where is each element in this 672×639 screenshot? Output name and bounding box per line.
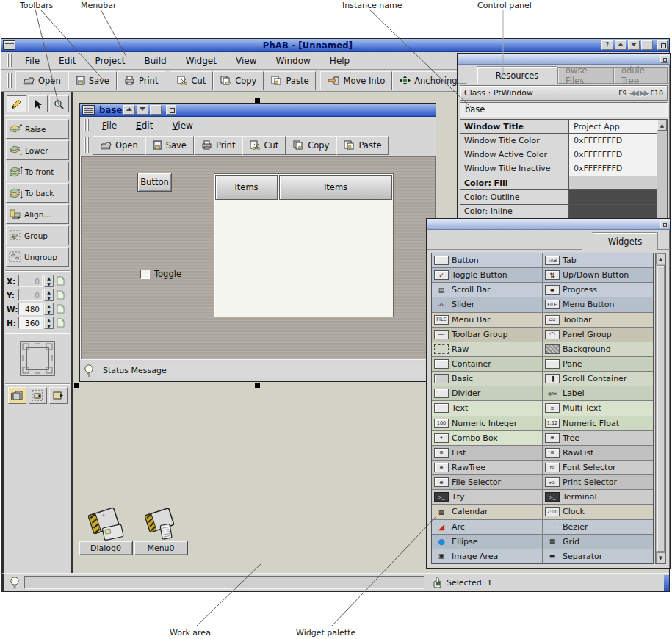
palette-item-numeric-integer[interactable]: 100Numeric Integer [432,416,543,430]
palette-item-text[interactable]: Text [432,401,543,415]
palette-item-multi-text[interactable]: ≡Multi Text [543,401,653,415]
menu-file[interactable]: File [15,54,49,68]
module-dialog0-label[interactable]: Dialog0 [79,541,133,555]
w-stepper[interactable]: ▲▼ [44,303,54,315]
next-class-icon[interactable]: ▶▶ [640,89,648,97]
property-row[interactable]: Color: Outline [460,190,657,204]
align-button[interactable]: Align... [6,204,69,224]
palette-item-up-down-button[interactable]: ⇅Up/Down Button [543,268,653,282]
palette-item-scroll-bar[interactable]: ▤Scroll Bar [432,283,543,297]
prev-class-icon[interactable]: ◀◀ [629,89,637,97]
tab-browse-files[interactable]: owse Files [557,67,613,83]
anchoring-button[interactable]: Anchoring [392,71,464,90]
design-canvas[interactable]: Button Items Items Toggle [81,156,435,359]
palette-item-menu-bar[interactable]: FILEMenu Bar [432,313,543,327]
design-menu-edit[interactable]: Edit [126,119,162,132]
x-stepper[interactable]: ▲▼ [44,275,54,287]
palette-item-rawtree[interactable]: ≣RawTree [432,461,543,474]
main-titlebar[interactable]: PhAB - [Unnamed] ? [1,39,669,52]
restore-button[interactable] [641,40,653,50]
select-tool-button[interactable] [28,95,48,112]
palette-item-grid[interactable]: ▦Grid [543,535,653,549]
palette-item-rawlist[interactable]: ≣RawList [543,446,653,460]
module-menu0-label[interactable]: Menu0 [134,541,188,555]
palette-item-container[interactable]: Container [432,357,543,371]
h-lock-icon[interactable] [55,317,65,328]
y-stepper[interactable]: ▲▼ [44,289,54,301]
property-row[interactable]: Window TitleProject App [460,120,657,134]
property-scrollbar[interactable]: ▲ [657,120,667,218]
control-panel-collapse-button[interactable] [660,55,668,63]
cut-button[interactable]: Cut [170,71,213,90]
menu-widget[interactable]: Widget [176,54,226,68]
tab-widgets[interactable]: Widgets [592,232,658,250]
design-paste-button[interactable]: Paste [336,136,389,155]
menubar-drag-handle[interactable] [7,54,12,66]
design-maximize-button[interactable] [137,105,148,115]
scroll-down-icon[interactable]: ▼ [656,552,665,563]
show-module-button[interactable] [49,387,68,404]
resize-handle-top[interactable] [255,98,260,103]
canvas-list-widget[interactable]: Items Items [214,173,394,317]
window-resize-grip[interactable] [664,575,669,591]
checkbox-icon[interactable] [140,270,150,279]
menu-edit[interactable]: Edit [49,54,85,68]
scroll-up-icon[interactable]: ▲ [656,253,665,264]
design-window-menu-icon[interactable] [82,105,95,115]
canvas-toggle-widget[interactable]: Toggle [140,269,181,279]
palette-item-tree[interactable]: ≣Tree [543,431,653,445]
scrollbar-thumb[interactable] [657,265,665,552]
widget-palette-titlebar[interactable] [427,219,670,230]
toolbar-drag-handle[interactable] [7,73,12,87]
y-field[interactable] [18,289,43,301]
minimize-button[interactable] [615,40,626,50]
design-open-button[interactable]: Open [93,136,145,155]
palette-item-combo-box[interactable]: ▾Combo Box [432,431,543,445]
design-close-button[interactable] [166,105,176,115]
widget-palette-scrollbar[interactable]: ▲ ▼ [655,253,666,564]
palette-item-separator[interactable]: ▬Separator [543,549,653,563]
property-row[interactable]: Color: Inline [460,205,657,218]
scroll-up-icon[interactable]: ▲ [657,120,667,131]
anchor-preview[interactable] [5,333,70,384]
design-titlebar[interactable]: base [80,104,436,117]
palette-item-font-selector[interactable]: faFont Selector [543,461,653,474]
palette-item-scroll-container[interactable]: ▐Scroll Container [543,372,653,386]
design-cut-button[interactable]: Cut [242,136,286,155]
copy-button[interactable]: Copy [213,71,264,90]
canvas-button-widget[interactable]: Button [137,173,172,192]
move-into-button[interactable]: Move Into [320,71,392,90]
control-panel-titlebar[interactable] [458,54,670,65]
h-stepper[interactable]: ▲▼ [44,317,54,329]
select-module-button[interactable] [29,387,47,404]
palette-item-menu-button[interactable]: FILEMenu Button [543,297,653,311]
palette-item-toggle-button[interactable]: ✓Toggle Button [432,268,543,282]
palette-item-divider[interactable]: –Divider [432,386,543,400]
palette-item-toolbar[interactable]: ▫▫Toolbar [543,313,653,327]
list-header-items-1[interactable]: Items [215,175,278,200]
design-restore-button[interactable] [150,105,162,115]
palette-item-file-selector[interactable]: ≣File Selector [432,475,543,489]
design-print-button[interactable]: Print [194,136,242,155]
palette-item-toolbar-group[interactable]: —Toolbar Group [432,328,543,342]
x-lock-icon[interactable] [55,275,65,286]
palette-item-tty[interactable]: >_Tty [432,490,543,504]
palette-item-button[interactable]: Button [432,253,543,267]
widget-palette-collapse-button[interactable] [660,220,668,228]
menu-window[interactable]: Window [266,54,319,68]
list-header-items-2[interactable]: Items [279,175,392,200]
w-field[interactable] [18,303,43,315]
palette-item-pane[interactable]: Pane [543,357,653,371]
palette-item-label[interactable]: qnxLabel [543,386,653,400]
menu-project[interactable]: Project [85,54,134,68]
design-minimize-button[interactable] [123,105,135,115]
tab-resources[interactable]: Resources [477,66,557,84]
palette-item-image-area[interactable]: ▣Image Area [432,549,543,563]
palette-item-arc[interactable]: ◢Arc [432,520,543,534]
palette-item-raw[interactable]: Raw [432,342,543,356]
open-button[interactable]: Open [15,71,68,90]
window-menu-icon[interactable] [3,40,15,50]
palette-item-progress[interactable]: ▬Progress [543,283,653,297]
modules-view-button[interactable] [8,387,26,404]
help-button[interactable]: ? [601,40,613,50]
